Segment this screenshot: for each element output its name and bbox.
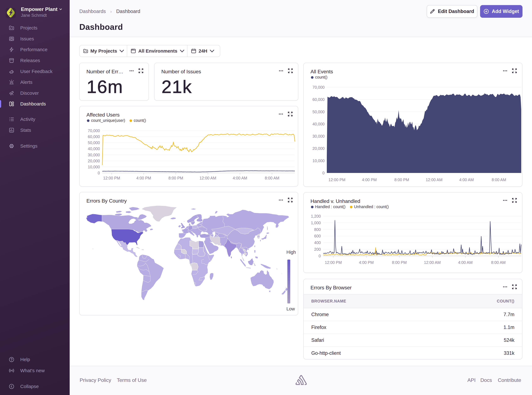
svg-text:60,000: 60,000: [88, 134, 100, 139]
svg-text:50,000: 50,000: [313, 110, 325, 114]
svg-text:8:00 PM: 8:00 PM: [392, 260, 407, 265]
svg-text:20,000: 20,000: [313, 146, 325, 151]
svg-text:4:00 PM: 4:00 PM: [362, 178, 377, 182]
svg-text:4:00 AM: 4:00 AM: [233, 176, 247, 180]
svg-text:4:00 AM: 4:00 AM: [459, 178, 474, 182]
svg-text:40,000: 40,000: [313, 122, 325, 126]
svg-text:High: High: [286, 250, 296, 255]
svg-text:10,000: 10,000: [313, 159, 325, 163]
svg-text:10,000: 10,000: [88, 165, 100, 169]
svg-text:12:00 AM: 12:00 AM: [426, 178, 443, 182]
svg-text:4:00 AM: 4:00 AM: [458, 260, 473, 265]
svg-text:8:00 AM: 8:00 AM: [265, 176, 279, 180]
svg-text:40,000: 40,000: [88, 147, 100, 151]
svg-text:0: 0: [98, 171, 100, 175]
svg-text:800: 800: [314, 227, 321, 232]
svg-text:0: 0: [322, 171, 325, 175]
svg-text:4:00 PM: 4:00 PM: [359, 260, 374, 265]
svg-text:30,000: 30,000: [88, 153, 100, 157]
svg-text:600: 600: [314, 234, 321, 238]
svg-text:70,000: 70,000: [88, 128, 100, 133]
svg-text:12:00 PM: 12:00 PM: [325, 260, 342, 265]
svg-text:1,000: 1,000: [311, 221, 321, 225]
svg-text:0: 0: [319, 254, 321, 258]
svg-text:60,000: 60,000: [313, 97, 325, 102]
svg-text:12:00 AM: 12:00 AM: [424, 260, 441, 265]
svg-text:Low: Low: [286, 306, 295, 311]
svg-text:50,000: 50,000: [88, 141, 100, 145]
svg-text:12:00 AM: 12:00 AM: [200, 176, 216, 180]
svg-text:8:00 AM: 8:00 AM: [492, 178, 506, 182]
svg-text:8:00 PM: 8:00 PM: [168, 176, 183, 180]
svg-text:400: 400: [314, 241, 321, 245]
svg-text:1,200: 1,200: [311, 214, 321, 218]
svg-text:30,000: 30,000: [313, 134, 325, 138]
svg-text:8:00 PM: 8:00 PM: [394, 178, 409, 182]
svg-text:4:00 PM: 4:00 PM: [136, 176, 151, 180]
svg-text:200: 200: [314, 247, 321, 252]
svg-text:70,000: 70,000: [313, 85, 325, 89]
svg-text:20,000: 20,000: [88, 159, 100, 163]
svg-text:12:00 PM: 12:00 PM: [103, 176, 120, 180]
svg-text:8:00 AM: 8:00 AM: [491, 260, 506, 265]
svg-text:12:00 PM: 12:00 PM: [328, 178, 345, 182]
